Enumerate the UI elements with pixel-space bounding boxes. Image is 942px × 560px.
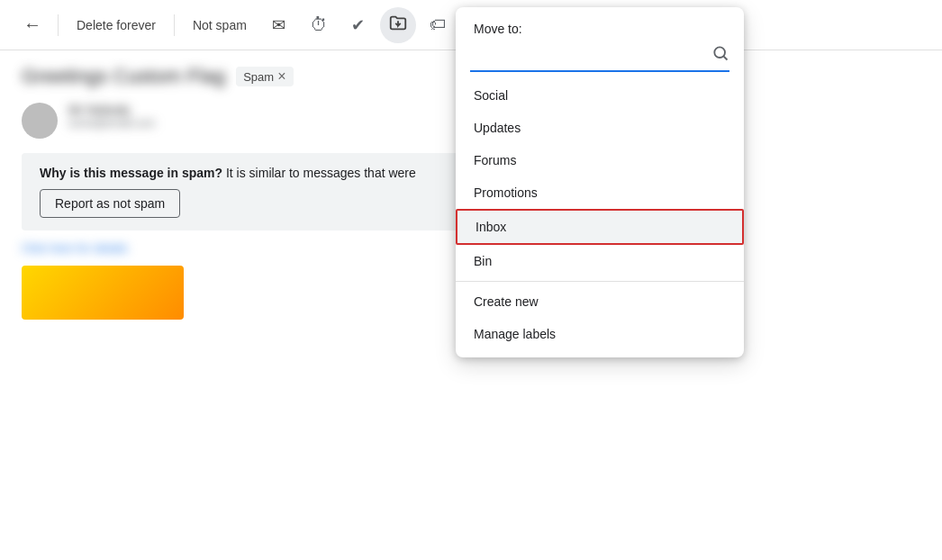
dropdown-item-create-new[interactable]: Create new: [456, 285, 744, 318]
delete-forever-button[interactable]: Delete forever: [66, 13, 167, 38]
search-icon[interactable]: [711, 44, 729, 67]
dropdown-list: Social Updates Forums Promotions Inbox B…: [456, 79, 744, 350]
check-add-icon: ✔: [351, 15, 365, 35]
dropdown-item-promotions[interactable]: Promotions: [456, 176, 744, 209]
svg-point-0: [714, 47, 725, 58]
dropdown-item-social[interactable]: Social: [456, 79, 744, 112]
dropdown-search-row: [470, 43, 729, 72]
back-button[interactable]: ←: [14, 7, 50, 43]
toolbar-divider: [58, 14, 59, 36]
spam-notice-continuation: It is similar to messages that were: [222, 166, 416, 180]
email-image-placeholder: [22, 266, 184, 320]
dropdown-item-updates[interactable]: Updates: [456, 112, 744, 144]
spam-notice-bold: Why is this message in spam?: [40, 166, 222, 180]
dropdown-search-input[interactable]: [470, 43, 711, 67]
move-icon: [388, 13, 408, 37]
dropdown-item-forums[interactable]: Forums: [456, 144, 744, 176]
sender-info: Mr Nobody some@email.com: [68, 103, 155, 130]
toolbar-divider-2: [174, 14, 175, 36]
svg-line-1: [724, 56, 728, 59]
spam-badge: Spam ×: [236, 67, 293, 86]
move-to-dropdown: Move to: Social Updates Forums Promotion…: [456, 7, 744, 357]
task-icon-button[interactable]: ✔: [340, 7, 376, 43]
label-icon-button[interactable]: 🏷: [420, 7, 456, 43]
snooze-icon-button[interactable]: ⏱: [301, 7, 337, 43]
sender-detail: some@email.com: [68, 117, 155, 130]
dropdown-item-manage-labels[interactable]: Manage labels: [456, 318, 744, 350]
email-icon-button[interactable]: ✉: [261, 7, 297, 43]
move-to-icon-button[interactable]: [380, 7, 416, 43]
dropdown-divider: [456, 281, 744, 282]
dropdown-item-inbox[interactable]: Inbox: [456, 209, 744, 245]
clock-icon: ⏱: [310, 14, 328, 35]
spam-tag-label: Spam: [243, 70, 274, 84]
report-not-spam-button[interactable]: Report as not spam: [40, 189, 180, 218]
not-spam-button[interactable]: Not spam: [182, 13, 258, 38]
subject-text: Greetings Custom Flag: [22, 65, 225, 88]
email-icon: ✉: [272, 15, 285, 35]
label-icon: 🏷: [430, 15, 446, 34]
dropdown-item-bin[interactable]: Bin: [456, 245, 744, 277]
avatar: [22, 103, 58, 139]
dropdown-title: Move to:: [456, 7, 744, 43]
sender-name: Mr Nobody: [68, 103, 155, 117]
spam-badge-close[interactable]: ×: [277, 68, 285, 85]
